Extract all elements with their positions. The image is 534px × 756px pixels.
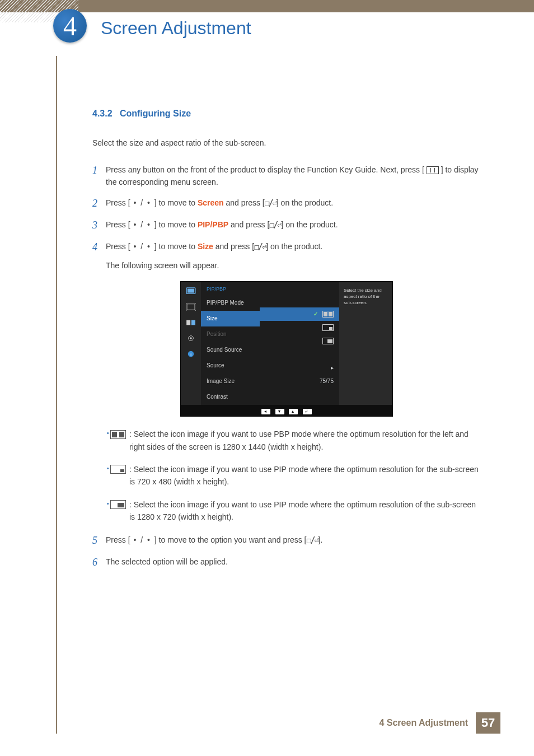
step-number: 6 (92, 556, 106, 570)
osd-value-pip-small (260, 321, 339, 334)
info-tab-icon: i (186, 350, 196, 358)
footer-chapter-label: 4 Screen Adjustment (379, 718, 468, 728)
nav-left-icon: ◂ (261, 409, 270, 414)
step-1: 1 Press any button on the front of the p… (92, 164, 481, 189)
option-descriptions: : Select the icon image if you want to u… (107, 428, 481, 523)
pbp-layout-icon (110, 430, 126, 439)
step-number: 5 (92, 534, 106, 548)
pip-small-layout-icon (110, 465, 126, 474)
page-content: 4.3.2 Configuring Size Select the size a… (92, 106, 481, 577)
step-4: 4 Press [ • / • ] to move to Size and pr… (92, 240, 481, 272)
enter-button-icon: ❐/⏎ (269, 218, 281, 232)
step-list: 1 Press any button on the front of the p… (92, 164, 481, 272)
svg-rect-3 (186, 320, 190, 325)
step-2: 2 Press [ • / • ] to move to Screen and … (92, 197, 481, 211)
osd-menu-list: PIP/PBP PIP/PBP Mode Size Position Sound… (201, 282, 260, 405)
step-list-continued: 5 Press [ • / • ] to move to the option … (92, 534, 481, 570)
screen-tab-icon (186, 303, 196, 311)
osd-item-source: Source (201, 358, 260, 374)
pip-small-option-icon (322, 324, 334, 331)
chapter-number-badge: 4 (53, 9, 87, 43)
bullet-pip-large: : Select the icon image if you want to u… (107, 498, 481, 524)
pbp-option-icon (322, 311, 334, 318)
enter-button-icon: ❐/⏎ (265, 197, 277, 210)
nav-up-icon: ▴ (289, 409, 298, 414)
keyword-size: Size (198, 242, 213, 251)
svg-rect-4 (191, 320, 195, 325)
step-6: 6 The selected option will be applied. (92, 556, 481, 570)
bullet-pbp: : Select the icon image if you want to u… (107, 428, 481, 453)
section-number: 4.3.2 (92, 109, 113, 118)
menu-button-icon (427, 166, 439, 174)
step-body: Press [ • / • ] to move to the option yo… (106, 534, 481, 548)
chapter-header: 4 Screen Adjustment (0, 0, 534, 12)
nav-down-icon: ▾ (275, 409, 284, 414)
left-vertical-rule (56, 56, 57, 734)
step-5: 5 Press [ • / • ] to move to the option … (92, 534, 481, 548)
svg-rect-1 (188, 288, 194, 292)
osd-nav-bar: ◂ ▾ ▴ ↲ (181, 405, 392, 416)
osd-item-size: Size (201, 311, 260, 326)
chapter-number: 4 (63, 11, 77, 41)
svg-rect-2 (187, 304, 195, 310)
nav-enter-icon: ↲ (303, 409, 312, 414)
page-number: 57 (476, 712, 500, 734)
step-body: Press [ • / • ] to move to PIP/PBP and p… (106, 218, 481, 232)
step-4-note: The following screen will appear. (106, 259, 481, 272)
settings-tab-icon (186, 334, 196, 342)
check-icon: ✓ (313, 310, 318, 319)
osd-screenshot: i PIP/PBP PIP/PBP Mode Size Position Sou… (92, 281, 481, 417)
osd-value-image-size-arrow: ▸ (260, 361, 339, 375)
svg-text:i: i (190, 352, 191, 357)
osd-value-column: ✓ ▸ 75/75 (260, 282, 339, 405)
picture-tab-icon (186, 287, 196, 295)
step-body: Press any button on the front of the pro… (106, 164, 481, 189)
osd-item-contrast: Contrast (201, 389, 260, 405)
section-heading: 4.3.2 Configuring Size (92, 106, 481, 121)
pip-large-layout-icon (110, 500, 126, 509)
step-number: 4 (92, 240, 106, 272)
step-body: Press [ • / • ] to move to Size and pres… (106, 240, 481, 272)
step-number: 2 (92, 197, 106, 211)
section-intro: Select the size and aspect ratio of the … (92, 137, 481, 149)
pip-pbp-tab-icon (186, 319, 196, 326)
svg-point-6 (190, 337, 192, 339)
keyword-screen: Screen (198, 198, 224, 207)
pip-large-option-icon (322, 338, 334, 344)
osd-value-contrast: 75/75 (260, 375, 339, 388)
osd-breadcrumb: PIP/PBP (201, 282, 260, 295)
osd-category-tabs: i (181, 282, 201, 405)
enter-button-icon: ❐/⏎ (254, 240, 266, 254)
step-3: 3 Press [ • / • ] to move to PIP/PBP and… (92, 218, 481, 232)
step-number: 3 (92, 218, 106, 232)
osd-item-image-size: Image Size (201, 374, 260, 389)
osd-panel: i PIP/PBP PIP/PBP Mode Size Position Sou… (180, 281, 393, 417)
osd-helper-text: Select the size and aspect ratio of the … (339, 282, 392, 405)
enter-button-icon: ❐/⏎ (306, 534, 318, 547)
osd-item-mode: PIP/PBP Mode (201, 295, 260, 311)
page-footer: 4 Screen Adjustment 57 (379, 712, 500, 734)
section-title: Configuring Size (120, 109, 191, 118)
osd-value-pip-large (260, 334, 339, 348)
step-number: 1 (92, 164, 106, 189)
osd-item-position: Position (201, 326, 260, 342)
bullet-pip-small: : Select the icon image if you want to u… (107, 463, 481, 488)
osd-item-sound-source: Sound Source (201, 342, 260, 358)
chapter-title: Screen Adjustment (101, 18, 251, 39)
keyword-pip-pbp: PIP/PBP (198, 220, 228, 229)
step-body: The selected option will be applied. (106, 556, 481, 570)
osd-value-size: ✓ (260, 307, 339, 321)
step-body: Press [ • / • ] to move to Screen and pr… (106, 197, 481, 211)
